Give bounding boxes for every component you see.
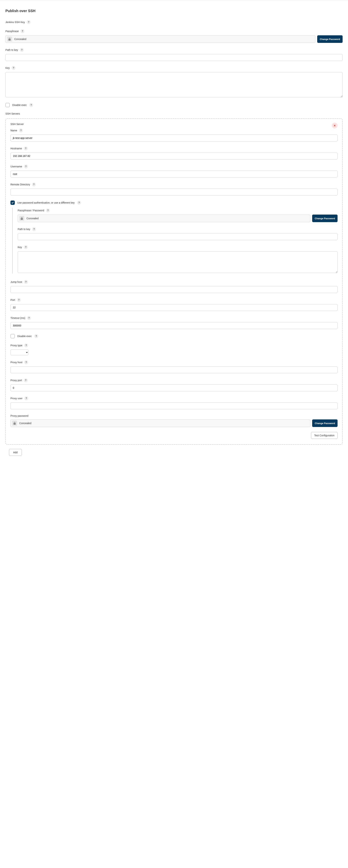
- timeout-label: Timeout (ms): [10, 316, 25, 319]
- nested-path-to-key-input[interactable]: [18, 233, 338, 240]
- timeout-input[interactable]: [10, 322, 338, 329]
- help-icon[interactable]: ?: [27, 20, 31, 24]
- nested-key-label: Key: [18, 246, 22, 249]
- help-icon[interactable]: ?: [24, 164, 28, 168]
- proxy-password-concealed: Concealed: [10, 420, 310, 427]
- help-icon[interactable]: ?: [46, 209, 50, 212]
- passphrase-value: Concealed: [14, 38, 26, 40]
- help-icon[interactable]: ?: [27, 316, 31, 320]
- key-textarea[interactable]: [5, 72, 343, 97]
- help-icon[interactable]: ?: [29, 103, 33, 107]
- nested-passphrase-value: Concealed: [27, 217, 38, 220]
- help-icon[interactable]: ?: [24, 378, 28, 382]
- help-icon[interactable]: ?: [21, 29, 25, 33]
- ssh-server-card: SSH Server Name ? Hostname ? User: [5, 118, 343, 445]
- close-button[interactable]: [332, 123, 338, 128]
- help-icon[interactable]: ?: [24, 360, 28, 364]
- help-icon[interactable]: ?: [24, 245, 28, 249]
- nested-passphrase-label: Passphrase / Password: [18, 209, 44, 212]
- ssh-servers-label: SSH Servers: [5, 112, 343, 115]
- use-password-auth-label: Use password authentication, or use a di…: [17, 201, 74, 204]
- jump-host-input[interactable]: [10, 286, 338, 293]
- help-icon[interactable]: ?: [24, 280, 28, 284]
- change-password-button[interactable]: Change Password: [312, 215, 338, 222]
- server-hostname-input[interactable]: [10, 153, 338, 159]
- help-icon[interactable]: ?: [32, 227, 36, 231]
- help-icon[interactable]: ?: [20, 48, 24, 52]
- change-password-button[interactable]: Change Password: [312, 420, 338, 427]
- proxy-password-value: Concealed: [19, 422, 31, 425]
- path-to-key-label: Path to key: [5, 49, 18, 51]
- proxy-type-select[interactable]: [10, 349, 28, 355]
- server-name-label: Name: [10, 129, 17, 132]
- help-icon[interactable]: ?: [24, 343, 28, 347]
- add-button[interactable]: Add: [9, 449, 22, 456]
- section-title: Publish over SSH: [5, 9, 343, 13]
- proxy-host-input[interactable]: [10, 367, 338, 373]
- proxy-user-label: Proxy user: [10, 397, 23, 400]
- help-icon[interactable]: ?: [11, 66, 15, 70]
- server-remote-dir-input[interactable]: [10, 189, 338, 195]
- lock-icon: [19, 216, 24, 221]
- proxy-host-label: Proxy host: [10, 361, 22, 364]
- passphrase-label: Passphrase: [5, 30, 19, 33]
- server-disable-exec-checkbox[interactable]: [10, 334, 15, 338]
- use-password-auth-checkbox[interactable]: [10, 200, 15, 205]
- help-icon[interactable]: ?: [17, 298, 21, 302]
- lock-icon: [7, 37, 12, 42]
- disable-exec-label: Disable exec: [12, 103, 27, 106]
- disable-exec-checkbox[interactable]: [5, 103, 10, 107]
- passphrase-concealed: Concealed: [5, 35, 315, 43]
- lock-icon: [12, 421, 17, 426]
- nested-key-textarea[interactable]: [18, 251, 338, 273]
- test-configuration-button[interactable]: Test Configuration: [311, 432, 338, 439]
- server-remote-dir-label: Remote Directory: [10, 183, 30, 186]
- server-disable-exec-label: Disable exec: [17, 335, 32, 338]
- path-to-key-input[interactable]: [5, 54, 343, 61]
- key-label: Key: [5, 66, 10, 69]
- nested-path-to-key-label: Path to key: [18, 228, 30, 230]
- help-icon[interactable]: ?: [24, 396, 28, 400]
- proxy-password-label: Proxy password: [10, 414, 28, 417]
- proxy-port-label: Proxy port: [10, 379, 22, 382]
- proxy-type-label: Proxy type: [10, 344, 22, 347]
- server-username-label: Username: [10, 165, 22, 168]
- help-icon[interactable]: ?: [19, 128, 23, 132]
- ssh-server-title: SSH Server: [10, 123, 24, 126]
- help-icon[interactable]: ?: [32, 183, 36, 186]
- help-icon[interactable]: ?: [34, 334, 38, 338]
- help-icon[interactable]: ?: [24, 147, 28, 150]
- jenkins-ssh-key-label: Jenkins SSH Key: [5, 21, 25, 24]
- help-icon[interactable]: ?: [77, 201, 81, 205]
- nested-passphrase-concealed: Concealed: [18, 215, 310, 222]
- proxy-user-input[interactable]: [10, 402, 338, 409]
- port-label: Port: [10, 299, 15, 301]
- jump-host-label: Jump host: [10, 280, 22, 283]
- server-hostname-label: Hostname: [10, 147, 22, 150]
- server-name-input[interactable]: [10, 134, 338, 142]
- port-input[interactable]: [10, 304, 338, 311]
- proxy-port-input[interactable]: [10, 384, 338, 391]
- change-password-button[interactable]: Change Password: [317, 35, 343, 43]
- server-username-input[interactable]: [10, 170, 338, 178]
